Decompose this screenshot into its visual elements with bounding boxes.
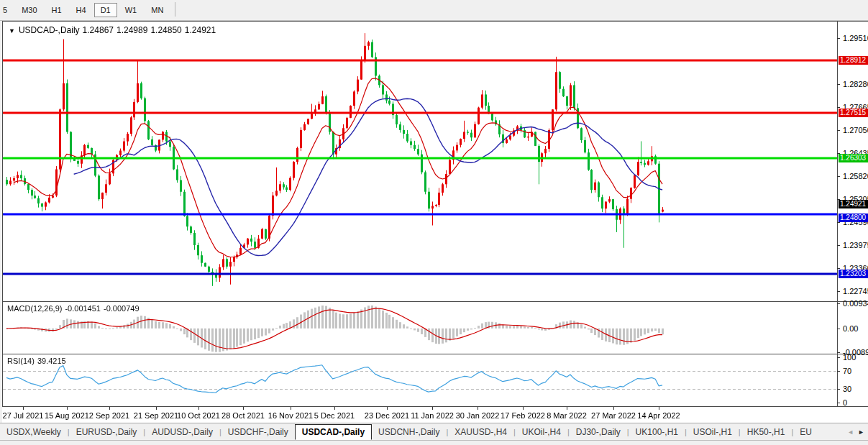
macd-rsi-separator[interactable] (2, 354, 868, 354)
price-tick-label: 1.23975 (843, 241, 868, 249)
timeframe-button-mn[interactable]: MN (145, 3, 170, 17)
macd-value-signal: -0.000749 (104, 304, 140, 313)
rsi-tick-label: 30 (843, 385, 851, 393)
price-level-badge: 1.28912 (839, 56, 868, 65)
price-tick-label: 1.27050 (843, 126, 868, 134)
date-label: 28 Oct 2021 (221, 411, 265, 420)
tab-scroll-right-icon[interactable]: ► (858, 428, 864, 436)
ohlc-close: 1.24921 (185, 25, 216, 35)
price-tick-label: 1.29510 (843, 34, 868, 42)
rsi-dateaxis-separator (2, 406, 868, 407)
date-tick-mark (659, 407, 659, 410)
tab-eu[interactable]: EU (793, 425, 818, 439)
ohlc-low: 1.24850 (150, 25, 181, 35)
price-tick-mark (837, 176, 840, 177)
chart-window: ▼USDCAD-,Daily1.248671.249891.248501.249… (2, 21, 868, 423)
ohlc-high: 1.24989 (117, 25, 147, 35)
tab-dj30-daily[interactable]: DJ30-,Daily (570, 425, 627, 439)
rsi-indicator-label: RSI(14)39.4215 (7, 357, 69, 365)
date-tick-mark (198, 407, 199, 410)
tab-scroll-controls: ◄ ► (842, 423, 867, 441)
date-tick-mark (334, 407, 335, 410)
date-tick-mark (67, 407, 68, 410)
rsi-panel-canvas[interactable] (3, 354, 837, 406)
date-label: 2 Sep 2021 (89, 411, 129, 420)
date-label: 17 Feb 2022 (501, 411, 545, 420)
main-chart-canvas[interactable] (3, 22, 837, 301)
price-tick-label: 1.22745 (843, 287, 868, 295)
tab-usdcnh-daily[interactable]: USDCNH-,Daily (372, 425, 446, 439)
tab-uk100-h1[interactable]: UK100-,H1 (629, 425, 685, 439)
chart-collapse-triangle-icon[interactable]: ▼ (9, 27, 15, 35)
macd-tick-label: 0.00 (843, 324, 858, 333)
rsi-tick-mark (837, 389, 840, 390)
status-strip (0, 440, 868, 445)
tab-scroll-left-icon[interactable]: ◄ (847, 428, 854, 436)
rsi-tick-label: 70 (843, 367, 851, 375)
chart-symbol-label: USDCAD-,Daily (19, 25, 80, 35)
current-price-badge: 1.24921 (839, 200, 868, 208)
date-label: 21 Sep 2021 (134, 411, 178, 420)
toolbar-separator (175, 2, 175, 17)
tab-usdx-weekly[interactable]: USDX,Weekly (0, 425, 68, 439)
date-tick-mark (387, 407, 388, 410)
price-axis[interactable]: 1.295101.282801.276651.270501.264351.258… (837, 21, 868, 423)
date-label: 10 Oct 2021 (177, 411, 220, 420)
macd-tick-label: 0.009345 (843, 299, 868, 308)
tab-usdchf-daily[interactable]: USDCHF-,Daily (221, 425, 295, 439)
date-label: 14 Apr 2022 (637, 411, 680, 420)
date-tick-mark (523, 407, 524, 410)
main-macd-separator[interactable] (2, 301, 868, 302)
price-tick-label: 1.25820 (843, 172, 868, 180)
tab-xauusd-h4[interactable]: XAUUSD-,H4 (448, 425, 513, 439)
date-tick-mark (291, 407, 291, 410)
tab-audusd-daily[interactable]: AUDUSD-,Daily (145, 425, 219, 439)
timeframe-button-5[interactable]: 5 (0, 3, 14, 17)
macd-name: MACD(12,26,9) (7, 304, 62, 313)
price-tick-mark (837, 130, 840, 131)
price-tick-label: 1.28280 (843, 80, 868, 88)
price-level-badge: 1.23203 (839, 270, 868, 278)
macd-indicator-label: MACD(12,26,9)-0.001451-0.000749 (7, 304, 142, 313)
rsi-tick-mark (837, 357, 840, 358)
date-label: 16 Nov 2021 (268, 411, 313, 420)
tab-hk50-h1[interactable]: HK50-,H1 (741, 425, 792, 439)
macd-tick-mark (837, 352, 840, 353)
rsi-tick-mark (837, 403, 840, 403)
price-tick-mark (837, 245, 840, 246)
date-label: 27 Jul 2021 (3, 411, 44, 420)
rsi-name: RSI(14) (7, 357, 35, 365)
timeframe-button-w1[interactable]: W1 (119, 3, 144, 17)
timeframe-toolbar: 5M30H1H4D1W1MN (0, 0, 868, 21)
date-label: 23 Dec 2021 (365, 411, 409, 420)
date-label: 8 Mar 2022 (547, 411, 587, 420)
price-tick-mark (837, 268, 840, 269)
date-label: 11 Jan 2022 (411, 411, 454, 420)
chart-title: ▼USDCAD-,Daily1.248671.249891.248501.249… (9, 25, 219, 35)
timeframe-button-d1[interactable]: D1 (94, 3, 117, 17)
timeframe-button-h4[interactable]: H4 (70, 3, 93, 17)
macd-tick-mark (837, 303, 840, 304)
rsi-tick-label: 100 (843, 353, 856, 362)
tab-eurusd-daily[interactable]: EURUSD-,Daily (70, 425, 144, 439)
price-level-badge: 1.24800 (839, 214, 868, 222)
date-label: 27 Mar 2022 (591, 411, 636, 420)
price-tick-mark (837, 38, 840, 39)
date-tick-mark (243, 407, 244, 410)
price-level-badge: 1.26303 (839, 154, 868, 162)
tab-usoil-h1[interactable]: USOil-,H1 (687, 425, 739, 439)
tab-usdcad-daily[interactable]: USDCAD-,Daily (295, 424, 372, 440)
ohlc-open: 1.24867 (83, 25, 114, 35)
date-tick-mark (567, 407, 567, 410)
tab-ukoil-h4[interactable]: UKOil-,H4 (516, 425, 567, 439)
price-tick-mark (837, 222, 840, 223)
timeframe-button-m30[interactable]: M30 (15, 3, 43, 17)
timeframe-button-h1[interactable]: H1 (45, 3, 68, 17)
price-tick-mark (837, 291, 840, 292)
date-tick-mark (432, 407, 433, 410)
macd-value-main: -0.001451 (65, 304, 101, 313)
date-tick-mark (23, 407, 24, 410)
rsi-value: 39.4215 (37, 357, 66, 365)
rsi-tick-label: 0 (843, 398, 847, 407)
date-label: 15 Aug 2021 (45, 411, 89, 420)
